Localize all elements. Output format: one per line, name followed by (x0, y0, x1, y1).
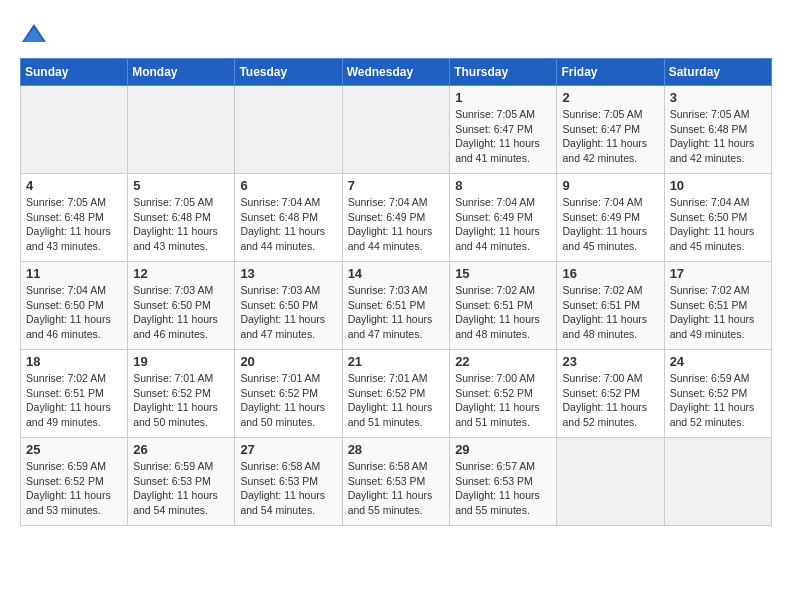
day-number: 3 (670, 90, 766, 105)
day-info: Sunrise: 6:58 AMSunset: 6:53 PMDaylight:… (240, 459, 336, 518)
day-info: Sunrise: 7:05 AMSunset: 6:47 PMDaylight:… (562, 107, 658, 166)
logo (20, 20, 52, 48)
day-number: 26 (133, 442, 229, 457)
day-number: 16 (562, 266, 658, 281)
day-number: 29 (455, 442, 551, 457)
calendar-cell: 19Sunrise: 7:01 AMSunset: 6:52 PMDayligh… (128, 350, 235, 438)
calendar-cell: 20Sunrise: 7:01 AMSunset: 6:52 PMDayligh… (235, 350, 342, 438)
weekday-header: Thursday (450, 59, 557, 86)
day-number: 10 (670, 178, 766, 193)
calendar-cell: 8Sunrise: 7:04 AMSunset: 6:49 PMDaylight… (450, 174, 557, 262)
day-info: Sunrise: 7:03 AMSunset: 6:51 PMDaylight:… (348, 283, 445, 342)
calendar-cell: 12Sunrise: 7:03 AMSunset: 6:50 PMDayligh… (128, 262, 235, 350)
calendar-cell: 14Sunrise: 7:03 AMSunset: 6:51 PMDayligh… (342, 262, 450, 350)
calendar-cell: 3Sunrise: 7:05 AMSunset: 6:48 PMDaylight… (664, 86, 771, 174)
day-number: 25 (26, 442, 122, 457)
calendar-cell (235, 86, 342, 174)
calendar-cell (342, 86, 450, 174)
day-info: Sunrise: 7:03 AMSunset: 6:50 PMDaylight:… (133, 283, 229, 342)
day-number: 18 (26, 354, 122, 369)
calendar-week-row: 1Sunrise: 7:05 AMSunset: 6:47 PMDaylight… (21, 86, 772, 174)
calendar-cell: 24Sunrise: 6:59 AMSunset: 6:52 PMDayligh… (664, 350, 771, 438)
calendar-cell: 11Sunrise: 7:04 AMSunset: 6:50 PMDayligh… (21, 262, 128, 350)
day-info: Sunrise: 7:04 AMSunset: 6:49 PMDaylight:… (562, 195, 658, 254)
day-number: 24 (670, 354, 766, 369)
calendar-cell (21, 86, 128, 174)
logo-icon (20, 20, 48, 48)
day-info: Sunrise: 6:57 AMSunset: 6:53 PMDaylight:… (455, 459, 551, 518)
day-number: 13 (240, 266, 336, 281)
weekday-header: Saturday (664, 59, 771, 86)
day-number: 1 (455, 90, 551, 105)
day-info: Sunrise: 7:04 AMSunset: 6:49 PMDaylight:… (455, 195, 551, 254)
weekday-header: Sunday (21, 59, 128, 86)
day-number: 27 (240, 442, 336, 457)
day-number: 14 (348, 266, 445, 281)
day-info: Sunrise: 7:05 AMSunset: 6:48 PMDaylight:… (133, 195, 229, 254)
calendar-cell (664, 438, 771, 526)
weekday-header: Tuesday (235, 59, 342, 86)
calendar-cell: 27Sunrise: 6:58 AMSunset: 6:53 PMDayligh… (235, 438, 342, 526)
calendar-cell: 5Sunrise: 7:05 AMSunset: 6:48 PMDaylight… (128, 174, 235, 262)
weekday-header: Wednesday (342, 59, 450, 86)
day-number: 2 (562, 90, 658, 105)
calendar-cell: 23Sunrise: 7:00 AMSunset: 6:52 PMDayligh… (557, 350, 664, 438)
day-number: 20 (240, 354, 336, 369)
calendar-cell: 16Sunrise: 7:02 AMSunset: 6:51 PMDayligh… (557, 262, 664, 350)
calendar-header-row: SundayMondayTuesdayWednesdayThursdayFrid… (21, 59, 772, 86)
calendar-cell: 22Sunrise: 7:00 AMSunset: 6:52 PMDayligh… (450, 350, 557, 438)
day-number: 15 (455, 266, 551, 281)
weekday-header: Monday (128, 59, 235, 86)
day-number: 28 (348, 442, 445, 457)
day-info: Sunrise: 7:01 AMSunset: 6:52 PMDaylight:… (133, 371, 229, 430)
calendar-cell: 25Sunrise: 6:59 AMSunset: 6:52 PMDayligh… (21, 438, 128, 526)
day-number: 11 (26, 266, 122, 281)
day-number: 4 (26, 178, 122, 193)
calendar-cell: 29Sunrise: 6:57 AMSunset: 6:53 PMDayligh… (450, 438, 557, 526)
day-number: 12 (133, 266, 229, 281)
day-info: Sunrise: 7:05 AMSunset: 6:47 PMDaylight:… (455, 107, 551, 166)
day-info: Sunrise: 7:00 AMSunset: 6:52 PMDaylight:… (455, 371, 551, 430)
calendar-cell: 6Sunrise: 7:04 AMSunset: 6:48 PMDaylight… (235, 174, 342, 262)
weekday-header: Friday (557, 59, 664, 86)
day-number: 21 (348, 354, 445, 369)
calendar-cell: 9Sunrise: 7:04 AMSunset: 6:49 PMDaylight… (557, 174, 664, 262)
calendar-cell: 10Sunrise: 7:04 AMSunset: 6:50 PMDayligh… (664, 174, 771, 262)
calendar-cell: 18Sunrise: 7:02 AMSunset: 6:51 PMDayligh… (21, 350, 128, 438)
calendar-table: SundayMondayTuesdayWednesdayThursdayFrid… (20, 58, 772, 526)
calendar-cell (557, 438, 664, 526)
day-info: Sunrise: 7:02 AMSunset: 6:51 PMDaylight:… (670, 283, 766, 342)
calendar-cell: 21Sunrise: 7:01 AMSunset: 6:52 PMDayligh… (342, 350, 450, 438)
calendar-week-row: 25Sunrise: 6:59 AMSunset: 6:52 PMDayligh… (21, 438, 772, 526)
day-number: 6 (240, 178, 336, 193)
day-info: Sunrise: 7:03 AMSunset: 6:50 PMDaylight:… (240, 283, 336, 342)
day-info: Sunrise: 7:05 AMSunset: 6:48 PMDaylight:… (26, 195, 122, 254)
day-number: 9 (562, 178, 658, 193)
day-info: Sunrise: 7:02 AMSunset: 6:51 PMDaylight:… (562, 283, 658, 342)
calendar-week-row: 4Sunrise: 7:05 AMSunset: 6:48 PMDaylight… (21, 174, 772, 262)
calendar-week-row: 11Sunrise: 7:04 AMSunset: 6:50 PMDayligh… (21, 262, 772, 350)
calendar-cell: 7Sunrise: 7:04 AMSunset: 6:49 PMDaylight… (342, 174, 450, 262)
day-info: Sunrise: 6:59 AMSunset: 6:52 PMDaylight:… (670, 371, 766, 430)
day-info: Sunrise: 7:02 AMSunset: 6:51 PMDaylight:… (26, 371, 122, 430)
calendar-cell: 13Sunrise: 7:03 AMSunset: 6:50 PMDayligh… (235, 262, 342, 350)
day-info: Sunrise: 7:02 AMSunset: 6:51 PMDaylight:… (455, 283, 551, 342)
day-info: Sunrise: 7:01 AMSunset: 6:52 PMDaylight:… (348, 371, 445, 430)
day-number: 22 (455, 354, 551, 369)
page-header (20, 20, 772, 48)
day-info: Sunrise: 6:59 AMSunset: 6:52 PMDaylight:… (26, 459, 122, 518)
day-number: 5 (133, 178, 229, 193)
calendar-cell: 17Sunrise: 7:02 AMSunset: 6:51 PMDayligh… (664, 262, 771, 350)
day-info: Sunrise: 7:04 AMSunset: 6:50 PMDaylight:… (670, 195, 766, 254)
day-number: 8 (455, 178, 551, 193)
calendar-cell (128, 86, 235, 174)
day-info: Sunrise: 7:04 AMSunset: 6:50 PMDaylight:… (26, 283, 122, 342)
day-info: Sunrise: 7:01 AMSunset: 6:52 PMDaylight:… (240, 371, 336, 430)
day-number: 7 (348, 178, 445, 193)
calendar-cell: 15Sunrise: 7:02 AMSunset: 6:51 PMDayligh… (450, 262, 557, 350)
day-info: Sunrise: 7:00 AMSunset: 6:52 PMDaylight:… (562, 371, 658, 430)
calendar-week-row: 18Sunrise: 7:02 AMSunset: 6:51 PMDayligh… (21, 350, 772, 438)
calendar-cell: 2Sunrise: 7:05 AMSunset: 6:47 PMDaylight… (557, 86, 664, 174)
day-info: Sunrise: 7:04 AMSunset: 6:49 PMDaylight:… (348, 195, 445, 254)
day-info: Sunrise: 7:04 AMSunset: 6:48 PMDaylight:… (240, 195, 336, 254)
